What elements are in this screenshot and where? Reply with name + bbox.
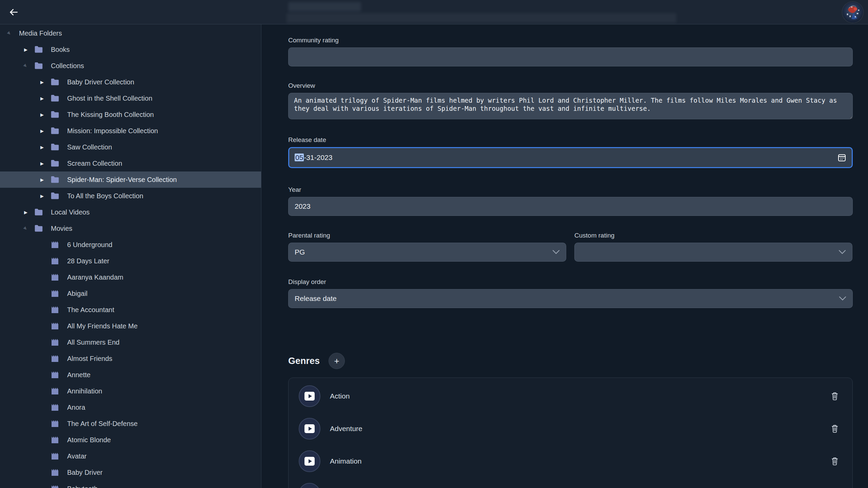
delete-genre-button[interactable] [831,392,839,401]
tree-item[interactable]: Aaranya Kaandam [0,269,261,285]
tree-item[interactable]: Spider-Man: Spider-Verse Collection [0,171,261,188]
tree-expander-icon[interactable] [38,127,46,135]
tree-item-label: Annette [67,371,91,379]
tree-item[interactable]: Anora [0,399,261,415]
custom-rating-select[interactable] [574,243,852,262]
tree-expander-icon[interactable] [38,110,46,119]
tree-expander-icon[interactable] [22,62,30,70]
tree-item-label: Anora [67,404,85,411]
tree-item[interactable]: Baby Driver Collection [0,74,261,90]
tree-item[interactable]: To All the Boys Collection [0,188,261,204]
tree-item-label: Atomic Blonde [67,436,111,444]
tree-expander-icon[interactable] [38,159,46,167]
tree-item-label: Annihilation [67,387,102,395]
tree-expander-icon[interactable] [38,306,46,314]
calendar-button[interactable] [837,152,847,163]
tree-item[interactable]: 6 Underground [0,237,261,253]
tree-expander-icon[interactable] [22,208,30,216]
tree-item[interactable]: Atomic Blonde [0,432,261,448]
tree-item[interactable]: Baby Driver [0,464,261,481]
tree-item[interactable]: Books [0,41,261,58]
tree-item-label: Saw Collection [67,143,112,151]
tree-expander-icon[interactable] [38,322,46,330]
tree-item[interactable]: Collections [0,58,261,74]
tree-item[interactable]: Almost Friends [0,350,261,367]
tree-item[interactable]: Mission: Impossible Collection [0,123,261,139]
movie-icon [50,305,60,315]
trash-icon [831,457,839,466]
parental-rating-select[interactable]: PG [288,243,566,262]
user-avatar[interactable] [842,2,863,23]
chevron-down-icon [839,296,846,301]
tree-expander-icon[interactable] [38,387,46,395]
folder-icon [49,109,61,120]
trash-icon [831,392,839,401]
tree-item[interactable]: The Art of Self-Defense [0,415,261,432]
genre-media-icon [299,418,320,440]
tree-expander-icon[interactable] [38,468,46,476]
tree-expander-icon[interactable] [38,371,46,379]
delete-genre-button[interactable] [831,424,839,433]
overview-textarea[interactable]: An animated trilogy of Spider-Man films … [288,93,853,119]
tree-item[interactable]: Movies [0,220,261,237]
tree-expander-icon[interactable] [38,436,46,444]
tree-item[interactable]: All Summers End [0,334,261,350]
tree-item-label: Movies [51,225,72,232]
genre-media-icon [299,385,320,407]
tree-item-label: 28 Days Later [67,257,110,265]
tree-item[interactable]: Abigail [0,285,261,302]
tree-item[interactable]: Saw Collection [0,139,261,155]
movie-icon [50,288,60,299]
tree-expander-icon[interactable] [38,485,46,488]
back-button[interactable] [4,3,23,22]
tree-expander-icon[interactable] [38,452,46,460]
tree-expander-icon[interactable] [38,273,46,281]
movie-icon [50,370,60,380]
tree-expander-icon[interactable] [38,257,46,265]
obscured-scrolled-text [287,13,676,23]
chevron-down-icon [839,250,846,255]
tree-item[interactable]: Annette [0,367,261,383]
chevron-down-icon [552,250,560,255]
community-rating-input[interactable] [288,47,853,66]
tree-expander-icon[interactable] [38,354,46,363]
tree-item[interactable]: All My Friends Hate Me [0,318,261,334]
tree-expander-icon[interactable] [38,78,46,86]
tree-item[interactable]: The Accountant [0,302,261,318]
tree-item[interactable]: 28 Days Later [0,253,261,269]
tree-item[interactable]: Annihilation [0,383,261,399]
tree-expander-icon[interactable] [38,176,46,184]
tree-expander-icon[interactable] [38,241,46,249]
tree-item-label: Almost Friends [67,355,112,363]
tree-expander-icon[interactable] [5,29,14,37]
tree-item[interactable]: The Kissing Booth Collection [0,106,261,123]
genres-heading: Genres [288,356,320,366]
year-input[interactable] [288,197,853,216]
delete-genre-button[interactable] [831,457,839,466]
date-selected-segment: 05 [295,154,304,161]
movie-icon [50,337,60,347]
media-folder-tree: Media Folders Books [0,24,261,488]
display-order-select[interactable]: Release date [288,289,853,308]
tree-item-label: Media Folders [19,29,62,37]
tree-expander-icon[interactable] [38,192,46,200]
tree-expander-icon[interactable] [38,94,46,102]
add-genre-button[interactable]: + [329,353,345,369]
tree-expander-icon[interactable] [38,143,46,151]
tree-expander-icon[interactable] [22,224,30,232]
tree-expander-icon[interactable] [38,289,46,298]
movie-icon [50,419,60,429]
tree-item[interactable]: Avatar [0,448,261,464]
movie-icon [50,272,60,282]
edit-metadata-panel: Community rating Overview An animated tr… [261,24,868,488]
tree-expander-icon[interactable] [38,403,46,411]
tree-item[interactable]: Media Folders [0,25,261,41]
tree-item[interactable]: Scream Collection [0,155,261,171]
tree-expander-icon[interactable] [38,420,46,428]
tree-expander-icon[interactable] [22,45,30,54]
tree-expander-icon[interactable] [38,338,46,346]
tree-item[interactable]: Local Videos [0,204,261,220]
tree-item[interactable]: Babyteeth [0,481,261,488]
tree-item[interactable]: Ghost in the Shell Collection [0,90,261,106]
release-date-input[interactable]: 05-31-2023 [288,147,853,168]
